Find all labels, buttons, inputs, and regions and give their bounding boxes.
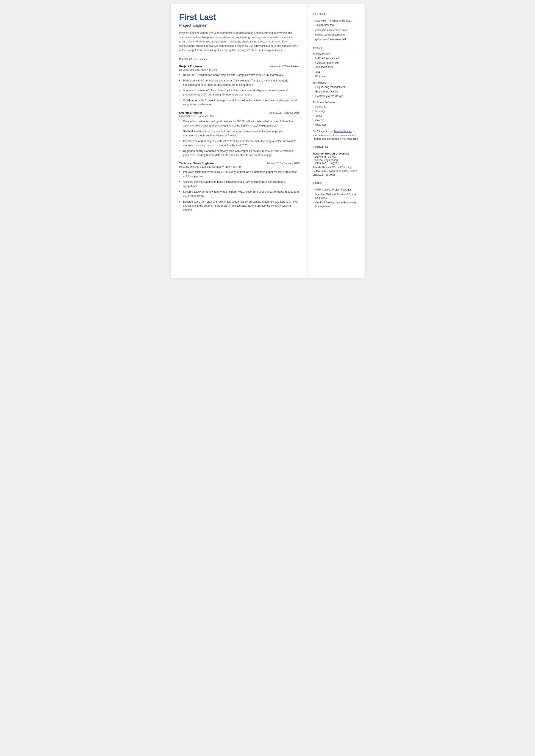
other-list: PMP-Certified Project Manager. Member, N… <box>313 188 359 208</box>
bullet-3-4: Boosted sales from start to $700K in jus… <box>179 200 300 212</box>
bullet-3-1: Improved customer revenue by $1.5M every… <box>179 170 300 179</box>
other-item-1: PMP-Certified Project Manager. <box>313 188 359 192</box>
skill-tool-3: Sketch <box>313 114 359 118</box>
skill-tool-4: Civil 3D <box>313 119 359 122</box>
skills-group-title-techniques: Techniques: <box>313 81 359 84</box>
job-block-3: Technical Sales Engineer August 2010 – J… <box>179 162 300 212</box>
skills-note-prefix: Don't forget to use <box>313 130 334 132</box>
contact-section: CONTACT Nashville, TN (Open to Remote) +… <box>313 13 359 42</box>
contact-item-3: email@resumeworded.com <box>313 28 359 32</box>
skills-list-tools: AutoCAD InDesign Sketch Civil 3D Illustr… <box>313 105 359 126</box>
bullet-1-3: Supervised a team of 23 engineers by ins… <box>179 89 300 97</box>
edu-location: Boston, MA — July 2010 <box>313 162 359 165</box>
other-section: OTHER PMP-Certified Project Manager. Mem… <box>313 182 359 208</box>
bullet-1-4: Collaborated with 5 project managers, an… <box>179 98 300 107</box>
skill-technique-2: Engineering Design <box>313 90 359 94</box>
skill-tech-2: CATIA (Experienced) <box>313 61 359 65</box>
skill-tech-1: MATLAB (Advanced) <box>313 57 359 60</box>
other-header: OTHER <box>313 182 359 185</box>
skill-tech-3: SOLIDWORKS <box>313 66 359 70</box>
skills-section: SKILLS Technical Skills: MATLAB (Advance… <box>313 46 359 141</box>
bullet-1-1: Delivered 10 multimillion-dollar project… <box>179 73 300 77</box>
skill-technique-1: Engineering Management <box>313 85 359 89</box>
job-dates-1: November 2015 – Present <box>269 65 299 68</box>
education-section: EDUCATION Resume Worded University Bache… <box>313 146 359 177</box>
job-bullets-1: Delivered 10 multimillion-dollar project… <box>179 73 300 107</box>
edu-field: Electrical Engineering <box>313 159 359 162</box>
job-block-1: Project Engineer November 2015 – Present… <box>179 65 300 107</box>
candidate-name: First Last <box>179 13 300 22</box>
job-dates-3: August 2010 – January 2013 <box>267 162 299 165</box>
education-header: EDUCATION <box>313 146 359 149</box>
skills-group-title-tools: Tools and Software: <box>313 101 359 104</box>
skills-header: SKILLS <box>313 46 359 50</box>
skill-technique-3: Control Systems Design <box>313 95 359 98</box>
right-column: CONTACT Nashville, TN (Open to Remote) +… <box>307 4 365 278</box>
other-item-2: Member, National Society of Future Engin… <box>313 193 359 200</box>
skills-list-techniques: Engineering Management Engineering Desig… <box>313 85 359 98</box>
contact-item-1: Nashville, TN (Open to Remote) <box>313 19 359 23</box>
job-title-3: Technical Sales Engineer <box>179 162 214 165</box>
skills-note-link[interactable]: Resume Worded <box>333 130 352 132</box>
job-bullets-3: Improved customer revenue by $1.5M every… <box>179 170 300 212</box>
job-company-2: Growthsi, San Francisco, CA <box>179 115 300 118</box>
skills-group-tools: Tools and Software: AutoCAD InDesign Ske… <box>313 101 359 126</box>
job-top-row-2: Design Engineer June 2013 – October 2015 <box>179 111 300 114</box>
bullet-3-3: Secured $200K for a new facility that he… <box>179 190 300 198</box>
bullet-3-2: Assisted the line supervisor in the acqu… <box>179 180 300 188</box>
skill-tech-5: Bluebeam <box>313 74 359 78</box>
skill-tool-2: InDesign <box>313 109 359 113</box>
edu-school: Resume Worded University <box>313 152 359 155</box>
skill-tool-1: AutoCAD <box>313 105 359 109</box>
contact-item-4: linkedin.com/in/username <box>313 33 359 37</box>
summary-text: Project Engineer with 9+ years of experi… <box>179 31 300 52</box>
job-bullets-2: Created innovative technological designs… <box>179 119 300 157</box>
left-column: First Last Project Engineer Project Engi… <box>171 4 307 278</box>
contact-list: Nashville, TN (Open to Remote) +1-989-55… <box>313 19 359 42</box>
skills-group-techniques: Techniques: Engineering Management Engin… <box>313 81 359 98</box>
edu-degree: Bachelor of Science <box>313 155 359 159</box>
job-title-2: Design Engineer <box>179 111 202 114</box>
job-title-1: Project Engineer <box>179 65 202 68</box>
job-top-row-1: Project Engineer November 2015 – Present <box>179 65 300 68</box>
skill-tech-4: SQL <box>313 70 359 74</box>
job-company-3: Resume Worded's Exciting Company, New Yo… <box>179 165 300 168</box>
skills-list-technical: MATLAB (Advanced) CATIA (Experienced) SO… <box>313 57 359 78</box>
edu-awards: Awards: Resume Worded Teaching Fellow (o… <box>313 165 359 177</box>
other-item-3: Certified Professional in Engineering Ma… <box>313 201 359 208</box>
skill-tool-5: Illustrator <box>313 123 359 127</box>
job-top-row-3: Technical Sales Engineer August 2010 – J… <box>179 162 300 165</box>
bullet-2-1: Created innovative technological designs… <box>179 119 300 128</box>
skills-note: Don't forget to use Resume Worded to sca… <box>313 129 359 141</box>
resume-page: First Last Project Engineer Project Engi… <box>171 4 365 278</box>
candidate-title: Project Engineer <box>179 23 300 28</box>
bullet-2-4: Upgraded quality standards company-wide … <box>179 149 300 157</box>
bullet-2-2: Slashed lead times on 15 projects from 1… <box>179 129 300 138</box>
job-block-2: Design Engineer June 2013 – October 2015… <box>179 111 300 157</box>
work-experience-header: WORK EXPERIENCE <box>179 58 300 61</box>
bullet-1-2: Partnered with 50 contractors and succes… <box>179 79 300 87</box>
edu-block: Resume Worded University Bachelor of Sci… <box>313 152 359 177</box>
bullet-2-3: Constructed and deployed electrical cont… <box>179 139 300 148</box>
contact-item-2: +1-989-555-554 <box>313 24 359 27</box>
skills-group-technical: Technical Skills: MATLAB (Advanced) CATI… <box>313 53 359 78</box>
job-dates-2: June 2013 – October 2015 <box>269 111 299 114</box>
skills-group-title-technical: Technical Skills: <box>313 53 359 56</box>
job-company-1: Resume Worded, New York, NY <box>179 68 300 71</box>
contact-item-5: github.com/resumeworded <box>313 38 359 42</box>
contact-header: CONTACT <box>313 13 359 16</box>
